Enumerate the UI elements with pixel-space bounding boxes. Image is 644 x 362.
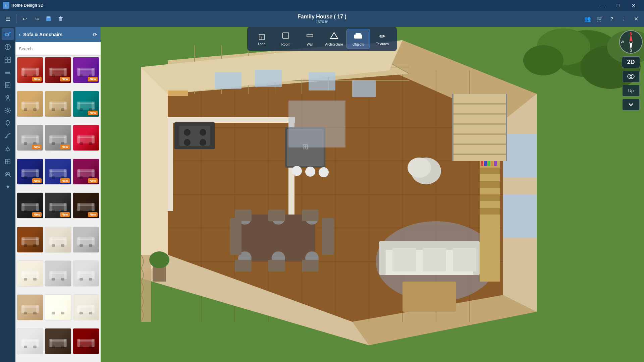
list-item[interactable]: New [73, 57, 99, 83]
3d-viewport[interactable]: ⊞ [101, 27, 644, 362]
list-item[interactable]: New [45, 159, 71, 185]
view-2d-button[interactable]: 2D [622, 56, 640, 68]
wall-mode-button[interactable]: Wall [298, 29, 322, 49]
svg-rect-137 [61, 244, 64, 247]
back-button[interactable]: ‹ [19, 32, 20, 38]
sidebar-item-window[interactable] [2, 156, 14, 168]
svg-rect-189 [64, 339, 67, 347]
list-item[interactable] [45, 260, 71, 287]
svg-rect-134 [49, 237, 52, 245]
compass-w-label: W [621, 40, 624, 44]
list-item[interactable]: New [45, 125, 71, 151]
list-item[interactable] [73, 328, 99, 354]
save-button[interactable] [43, 13, 54, 24]
svg-rect-5 [60, 16, 61, 17]
svg-rect-195 [92, 339, 95, 347]
list-item[interactable] [17, 328, 43, 354]
list-item[interactable]: New [73, 91, 99, 117]
view-down-button[interactable] [622, 99, 640, 110]
refresh-button[interactable]: ⟳ [93, 32, 97, 38]
architecture-mode-button[interactable]: Architecture [322, 29, 346, 49]
hamburger-menu-button[interactable]: ☰ [3, 13, 13, 24]
svg-rect-93 [36, 169, 39, 177]
sofa-thumbnail [17, 261, 43, 286]
svg-rect-266 [392, 248, 416, 272]
room-mode-button[interactable]: Room [274, 29, 298, 49]
list-item[interactable] [45, 227, 71, 253]
list-item[interactable] [73, 260, 99, 287]
sidebar-item-stairs[interactable] [2, 130, 14, 142]
svg-rect-17 [8, 60, 10, 62]
compass-s-label: S [630, 48, 632, 52]
list-item[interactable]: New [17, 192, 43, 219]
land-mode-button[interactable]: ◱ Land [250, 29, 273, 49]
svg-rect-264 [379, 241, 386, 275]
toolbar-separator [16, 14, 16, 23]
textures-mode-button[interactable]: ✏ Textures [371, 29, 394, 49]
sidebar-item-person[interactable] [2, 92, 14, 104]
svg-rect-305 [168, 90, 188, 96]
svg-rect-38 [21, 68, 24, 76]
sidebar-item-note[interactable] [2, 79, 14, 91]
house-name: Family House ( 17 ) [298, 14, 346, 20]
sofa-thumbnail [17, 227, 43, 252]
svg-rect-106 [79, 176, 83, 179]
sidebar-item-symbol[interactable]: ✦ [2, 181, 14, 193]
visibility-button[interactable] [622, 71, 640, 82]
list-item[interactable] [17, 227, 43, 253]
redo-button[interactable]: ↪ [31, 13, 42, 24]
sidebar-item-layers[interactable] [2, 66, 14, 78]
sidebar-item-tools[interactable] [2, 41, 14, 53]
sidebar-item-sofa[interactable]: 🛋 [2, 28, 14, 40]
sidebar-item-plant[interactable] [2, 117, 14, 129]
help-button[interactable]: ? [606, 13, 617, 24]
svg-point-294 [200, 129, 206, 136]
close-button[interactable]: ✕ [626, 0, 641, 11]
list-item[interactable] [17, 294, 43, 320]
list-item[interactable]: New [73, 159, 99, 185]
view-up-button[interactable]: Up [622, 85, 640, 96]
list-item[interactable]: New [73, 192, 99, 219]
cart-button[interactable]: 🛒 [594, 13, 605, 24]
svg-rect-241 [503, 134, 537, 178]
list-item[interactable] [73, 125, 99, 151]
svg-rect-74 [21, 135, 24, 143]
svg-rect-142 [79, 244, 83, 247]
sidebar-item-grid[interactable] [2, 54, 14, 66]
sidebar-item-group[interactable] [2, 168, 14, 180]
list-item[interactable] [17, 260, 43, 287]
list-item[interactable]: New [17, 125, 43, 151]
list-item[interactable]: New [45, 192, 71, 219]
svg-rect-64 [52, 108, 55, 111]
svg-rect-258 [302, 260, 319, 272]
svg-rect-68 [77, 102, 80, 110]
svg-rect-154 [52, 278, 55, 281]
search-input[interactable] [19, 46, 97, 51]
list-item[interactable] [73, 294, 99, 320]
svg-rect-80 [49, 135, 52, 143]
sidebar-item-lamp[interactable] [2, 143, 14, 155]
people-button[interactable]: 👥 [582, 13, 593, 24]
sidebar-item-settings[interactable] [2, 105, 14, 117]
list-item[interactable]: New [17, 57, 43, 83]
more-menu-button[interactable]: ⋮ [619, 13, 629, 24]
sofa-thumbnail [45, 295, 71, 320]
list-item[interactable] [73, 227, 99, 253]
list-item[interactable] [45, 328, 71, 354]
trash-button[interactable] [55, 13, 66, 24]
list-item[interactable]: New [45, 57, 71, 83]
collapse-button[interactable]: ✕ [631, 13, 641, 24]
new-badge: New [88, 178, 98, 183]
list-item[interactable]: New [17, 159, 43, 185]
list-item[interactable] [17, 91, 43, 117]
svg-rect-7 [307, 34, 313, 37]
undo-button[interactable]: ↩ [19, 13, 30, 24]
sofa-thumbnail [45, 261, 71, 286]
architecture-label: Architecture [325, 43, 343, 46]
maximize-button[interactable]: □ [610, 0, 626, 11]
minimize-button[interactable]: — [595, 0, 610, 11]
list-item[interactable] [45, 91, 71, 117]
objects-mode-button[interactable]: Objects [346, 29, 370, 49]
svg-rect-290 [288, 101, 345, 147]
list-item[interactable] [45, 294, 71, 320]
